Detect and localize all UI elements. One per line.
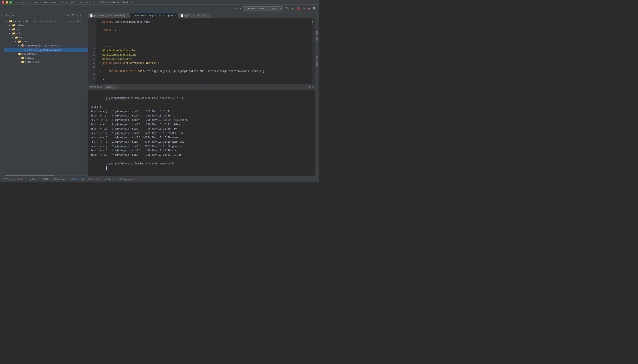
run-icon[interactable]: ▶ [291,6,294,11]
tree-arrow-icon: ▶ [9,28,12,30]
tree-item-templates[interactable]: ▶ 📁 templates [4,60,88,64]
services-icon: ⚙ [88,178,89,180]
terminal-output-total: total 64 [90,105,312,109]
tree-arrow-icon: ▾ [9,32,12,35]
tab-label-userservice: UserServiceApplication.java [135,14,173,17]
tree-root[interactable]: ▾ 📁 user-service ~/Desktop/SpringBoot/12… [4,19,88,23]
run-config-label: USERSERVICEAPPLICATION-2 [245,7,279,10]
terminal-content[interactable]: giyeonpak@Giyeonui-MacBookPro user-servi… [88,90,315,176]
tree-item-resources[interactable]: ▾ 📁 resources [4,52,88,56]
code-line-empty7 [99,74,309,78]
folder-icon: 📁 [12,28,15,31]
debug-icon[interactable]: 🐞 [296,6,301,11]
right-gutter: ⚠ 1 [312,18,315,84]
close-panel-icon[interactable]: — [83,14,86,17]
terminal-prompt: giyeonpak@Giyeonui-MacBookPro user-servi… [106,97,175,100]
tree-item-package[interactable]: ▾ 📦 com.example.userservice [4,44,88,48]
code-line-main: ▶ public static void main(String[] args)… [99,69,309,74]
run-gutter-icon[interactable]: ▶ [99,61,102,65]
tree-label-static: static [25,56,34,60]
right-panel-bookmarks[interactable]: Bookmarks [316,56,319,67]
terminal-output-7: -rwxr-xr-x@ 1 giyeonpak staff 10284 May … [90,136,312,140]
scroll-from-source-icon[interactable]: ⊕ [76,14,79,17]
left-icon-project[interactable]: P [1,13,4,17]
code-line-annotation2: @EnableDiscoveryClient [99,53,309,57]
gear-icon[interactable]: ⚙ [79,14,82,17]
xml-file-icon: 📄 [90,14,93,17]
tab-application-yml[interactable]: 📄 application.yml ✕ [178,13,211,18]
status-terminal-label: Terminal [73,178,84,180]
minimize-button[interactable] [6,1,8,4]
run-main-gutter-icon[interactable]: ▶ [99,69,102,73]
run-with-coverage-icon[interactable]: ⚡ [302,6,306,11]
warning-marker: ⚠ 1 [312,19,315,23]
project-dropdown-icon[interactable]: ▾ [17,14,18,16]
tree-item-mvn[interactable]: ▶ 📁 .mvn [4,28,88,32]
tree-root-label: user-service ~/Desktop/SpringBoot/12. ms… [13,20,81,23]
folder-icon: 📁 [9,20,12,23]
build-project-icon[interactable]: 🔨 [284,6,290,11]
terminal-tab-local[interactable]: Local ✕ [104,86,117,89]
expand-all-icon[interactable]: ☰ [71,14,75,17]
tab-close-userservice[interactable]: ✕ [175,14,176,17]
code-content[interactable]: package com.example.userservice; import … [96,18,312,84]
version-control-icon: ⎇ [2,178,5,180]
tree-item-main[interactable]: ▾ 📁 main [4,36,88,40]
terminal-settings-icon[interactable]: ⚙ [309,86,310,89]
status-build[interactable]: ⚒ Build [105,178,114,180]
status-services[interactable]: ⚙ Services [88,178,101,180]
terminal-tab-close-icon[interactable]: ✕ [114,86,115,88]
terminal-prompt-line: giyeonpak@Giyeonui-MacBookPro user-servi… [90,92,312,105]
terminal-section: Terminal: Local ✕ + ⚙ ∧ giyeonpak@Giyeon… [88,84,315,176]
code-editor: 8 9 10 11 12 13 16 17 18 package com.exa… [88,18,315,84]
code-line-package: package com.example.userservice; [99,20,309,24]
build-icon: ⚒ [105,178,106,180]
search-icon[interactable]: 🔍 [312,6,317,11]
tab-pom-xml[interactable]: 📄 pom.xml (user-service) ✕ [88,13,130,18]
tab-close-pom[interactable]: ✕ [127,14,128,17]
h-scrollbar[interactable] [4,175,88,176]
traffic-lights [2,1,12,4]
terminal-command: ls -al [175,97,185,100]
terminal-output-11: drwxr-xr-x 4 giyeonpak staff 128 May 13 … [90,153,312,157]
tree-item-userservice-app[interactable]: ⬡ UserServiceApplication [4,48,88,52]
project-tree[interactable]: ▾ 📁 user-service ~/Desktop/SpringBoot/12… [4,18,88,175]
right-panel-structure[interactable]: Structure [316,30,319,42]
status-services-label: Services [90,178,101,180]
panel-header-icons: ⊟ ☰ ⊕ ⚙ — [67,14,86,17]
status-dependencies[interactable]: ◇ Dependencies [117,178,137,180]
terminal-tab-label: Local [106,86,113,88]
right-panel-icons: Structure Bookmarks [315,12,319,176]
terminal-add-tab-icon[interactable]: + [118,86,120,89]
tree-item-static[interactable]: ▶ 📁 static [4,56,88,60]
terminal-output-3: -rw-r--r--@ 1 giyeonpak staff 395 May 13… [90,118,312,122]
spring-breadcrumb-icon: ⬡ [99,1,101,4]
tree-item-src[interactable]: ▾ 📁 src [4,32,88,36]
status-problems[interactable]: ⚠ Problems [52,178,66,180]
maximize-button[interactable] [10,1,12,4]
folder-icon: 📁 [12,24,15,27]
terminal-status-icon: ⬛ [69,178,72,180]
terminal-output-2: drwxr-xr-x 5 giyeonpak staff 160 May 13 … [90,114,312,118]
status-version-control[interactable]: ⎇ Version Control [2,178,27,180]
tree-item-java[interactable]: ▾ 📁 java [4,40,88,44]
tree-item-idea[interactable]: ▶ 📁 .idea [4,23,88,28]
status-bar: ⎇ Version Control ▶ Run ☰ TODO ⚠ Problem… [0,176,319,182]
terminal-chevron-icon[interactable]: ∧ [312,86,313,89]
close-button[interactable] [2,1,4,4]
settings-icon[interactable]: ⚙ [238,6,241,11]
search-everywhere-icon[interactable]: ⌕ [233,6,237,11]
tab-userservice-java[interactable]: ☕ UserServiceApplication.java ✕ [130,13,178,18]
status-terminal[interactable]: ⬛ Terminal [69,178,84,180]
run-config-selector[interactable]: USERSERVICEAPPLICATION-2 ▾ [243,6,283,10]
tree-label-idea: .idea [16,24,24,27]
stop-icon[interactable]: ◼ [307,6,311,11]
status-dependencies-label: Dependencies [120,178,137,180]
status-todo[interactable]: ☰ TODO [40,178,49,180]
toolbar-actions: ⌕ ⚙ USERSERVICEAPPLICATION-2 ▾ 🔨 ▶ 🐞 ⚡ ◼… [233,6,317,11]
collapse-all-icon[interactable]: ⊟ [67,14,70,17]
tab-close-yml[interactable]: ✕ [207,14,208,17]
status-run[interactable]: ▶ Run [30,178,37,180]
terminal-label: Terminal: [90,86,102,88]
tree-label-src: src [16,32,21,35]
